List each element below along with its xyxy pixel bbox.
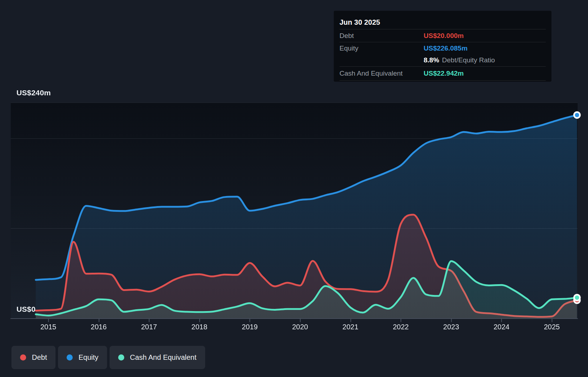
- y-axis-max-label: US$240m: [16, 89, 51, 97]
- y-axis-zero-label: US$0: [16, 305, 35, 314]
- legend-dot-icon: [118, 354, 124, 361]
- x-axis-label-2022: 2022: [393, 323, 409, 331]
- x-axis-label-2024: 2024: [493, 323, 510, 331]
- x-axis-label-2025: 2025: [544, 323, 560, 331]
- x-axis-label-2015: 2015: [40, 323, 57, 331]
- x-axis-label-2017: 2017: [141, 323, 157, 331]
- tooltip-row-ratio: 8.8% Debt/Equity Ratio: [339, 54, 546, 67]
- x-axis-label-2021: 2021: [342, 323, 358, 331]
- tooltip-cash-value: US$22.942m: [424, 70, 464, 77]
- legend-item-label: Cash And Equivalent: [130, 353, 197, 362]
- tooltip-row-cash: Cash And Equivalent US$22.942m: [339, 67, 546, 81]
- legend-item-equity[interactable]: Equity: [58, 346, 107, 369]
- tooltip-cash-label: Cash And Equivalent: [339, 70, 424, 77]
- tooltip-row-debt: Debt US$20.000m: [339, 29, 546, 42]
- x-axis-label-2020: 2020: [292, 323, 308, 331]
- x-axis-label-2016: 2016: [91, 323, 107, 331]
- legend-dot-icon: [67, 354, 73, 361]
- x-axis-label-2023: 2023: [443, 323, 459, 331]
- tooltip-debt-label: Debt: [339, 32, 424, 40]
- tooltip-equity-label: Equity: [339, 44, 424, 52]
- debt-equity-history-page: US$240m US$0 201520162017201820192020202…: [0, 0, 588, 377]
- legend-item-cash-and-equivalent[interactable]: Cash And Equivalent: [110, 346, 205, 369]
- legend-item-label: Equity: [78, 353, 98, 362]
- tooltip-ratio-percent: 8.8%: [424, 56, 439, 64]
- tooltip-debt-value: US$20.000m: [424, 32, 464, 40]
- tooltip-date: Jun 30 2025: [339, 11, 546, 29]
- legend-item-debt[interactable]: Debt: [11, 346, 56, 369]
- legend-dot-icon: [20, 354, 26, 361]
- chart-tooltip: Jun 30 2025 Debt US$20.000m Equity US$22…: [334, 11, 551, 82]
- chart-legend: DebtEquityCash And Equivalent: [11, 346, 205, 369]
- legend-item-label: Debt: [32, 353, 47, 362]
- x-axis-label-2019: 2019: [242, 323, 258, 331]
- tooltip-ratio-label: Debt/Equity Ratio: [442, 56, 495, 64]
- tooltip-equity-value: US$226.085m: [424, 44, 468, 52]
- tooltip-row-equity: Equity US$226.085m: [339, 42, 546, 54]
- x-axis-label-2018: 2018: [192, 323, 208, 331]
